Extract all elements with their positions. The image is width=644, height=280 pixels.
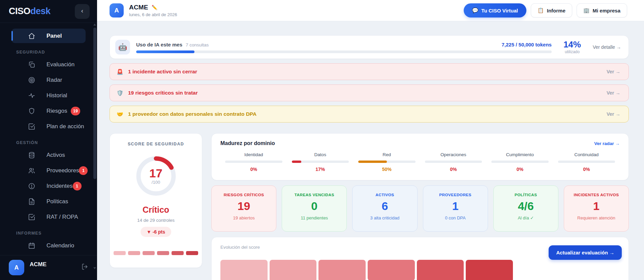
sidebar-item-rat-ropa[interactable]: RAT / ROPA xyxy=(11,210,86,224)
sidebar-item-label: Activos xyxy=(47,152,65,159)
alert-incidente-activo[interactable]: 🚨 1 incidente activo sin cerrar Ver → xyxy=(110,63,629,80)
domain-name: Red xyxy=(358,152,416,157)
scroll-up-arrow-icon[interactable] xyxy=(93,24,96,26)
sidebar-footer: A ACME xyxy=(0,255,97,280)
kpi-tareas-vencidas[interactable]: TAREAS VENCIDAS 0 11 pendientes xyxy=(282,185,347,232)
sidebar-item-radar[interactable]: Radar xyxy=(11,73,86,87)
domain-identidad: Identidad 0% xyxy=(220,152,287,172)
kpi-sub: 0 con DPA xyxy=(423,215,488,220)
sidebar-item-politicas[interactable]: Políticas xyxy=(11,194,86,209)
alert-ver-link[interactable]: Ver → xyxy=(607,90,620,96)
kpi-sub: Requieren atención xyxy=(564,215,628,220)
domain-percent: 0% xyxy=(225,167,282,172)
sidebar-item-panel[interactable]: Panel xyxy=(11,29,86,43)
logout-icon[interactable] xyxy=(81,260,88,272)
domain-continuidad: Continuidad 0% xyxy=(553,152,620,172)
ai-usage-body: Uso de IA este mes 7 consultas 7,225 / 5… xyxy=(136,41,552,53)
domain-datos: Datos 17% xyxy=(287,152,354,172)
score-status: Crítico xyxy=(143,205,169,215)
copy-icon xyxy=(28,61,36,69)
header-date: lunes, 6 de abril de 2026 xyxy=(129,12,177,17)
calendar-icon xyxy=(28,242,36,250)
sidebar-item-proveedores[interactable]: Proveedores 1 xyxy=(11,163,86,178)
score-trend-bars xyxy=(114,251,198,255)
sidebar-item-plan-de-accion[interactable]: Plan de acción xyxy=(11,119,86,134)
incidentes-badge: 1 xyxy=(73,182,82,190)
dashboard-grid: SCORE DE SEGURIDAD 17 /100 Crítico xyxy=(110,133,629,280)
database-icon xyxy=(28,151,36,159)
chevron-left-icon: ‹ xyxy=(81,7,83,14)
informe-label: Informe xyxy=(547,8,565,13)
alert-ver-link[interactable]: Ver → xyxy=(607,111,620,117)
evolution-bar xyxy=(270,260,317,280)
domain-name: Datos xyxy=(292,152,349,157)
score-gauge: 17 /100 xyxy=(135,155,177,197)
sidebar-item-label: Radar xyxy=(47,77,62,83)
page-title: ACME xyxy=(129,4,148,11)
kpi-incidentes-activos[interactable]: INCIDENTES ACTIVOS 1 Requieren atención xyxy=(564,185,629,232)
trend-bar xyxy=(157,251,169,255)
kpi-activos[interactable]: ACTIVOS 6 3 alta criticidad xyxy=(352,185,417,232)
domain-fill xyxy=(358,161,387,163)
kpi-riesgos-criticos[interactable]: RIESGOS CRÍTICOS 19 19 abiertos xyxy=(211,185,276,232)
sidebar-section-gestion: GESTIÓN xyxy=(16,140,86,145)
domain-percent: 0% xyxy=(425,167,482,172)
actualizar-evaluacion-button[interactable]: Actualizar evaluación → xyxy=(549,245,622,260)
check-square-icon xyxy=(28,213,36,221)
evolution-bar xyxy=(220,260,268,280)
chat-bubble-icon: 💬 xyxy=(472,7,479,13)
kpi-politicas[interactable]: POLÍTICAS 4/6 Al día ✓ xyxy=(493,185,558,232)
kpi-sub: 11 pendientes xyxy=(282,215,346,220)
domain-red: Red 50% xyxy=(354,152,420,172)
alert-riesgos-criticos[interactable]: 🛡️ 19 riesgos críticos sin tratar Ver → xyxy=(110,84,629,101)
domain-name: Identidad xyxy=(225,152,282,157)
edit-pencil-icon[interactable]: ✏️ xyxy=(152,5,157,10)
maturity-title: Madurez por dominio xyxy=(220,140,275,146)
maturity-card: Madurez por dominio Ver radar → Identida… xyxy=(211,133,629,180)
sidebar-item-historial[interactable]: Historial xyxy=(11,88,86,103)
score-evolution-card: Evolución del score Actualizar evaluació… xyxy=(211,237,629,280)
alert-text: 1 proveedor con datos personales sin con… xyxy=(128,111,256,117)
sidebar-item-riesgos[interactable]: Riesgos 19 xyxy=(11,104,86,118)
ai-usage-progress-fill xyxy=(136,50,194,53)
sidebar-item-informe[interactable]: Informe xyxy=(11,254,86,255)
evolution-bar xyxy=(417,260,464,280)
sidebar-item-evaluacion[interactable]: Evaluación xyxy=(11,57,86,72)
sidebar-item-calendario[interactable]: Calendario xyxy=(11,238,86,253)
mi-empresa-button[interactable]: 🏢 Mi empresa xyxy=(577,3,627,18)
header-title-block: ACME ✏️ lunes, 6 de abril de 2026 xyxy=(129,4,177,17)
siren-icon: 🚨 xyxy=(117,69,123,75)
ai-usage-card: 🤖 Uso de IA este mes 7 consultas 7,225 /… xyxy=(110,35,629,59)
informe-button[interactable]: 📋 Informe xyxy=(531,3,572,18)
sidebar-collapse-button[interactable]: ‹ xyxy=(75,4,90,19)
active-indicator xyxy=(11,31,13,41)
riesgos-badge: 19 xyxy=(71,107,80,115)
domain-track xyxy=(358,161,416,163)
sidebar-nav: Panel SEGURIDAD Evaluación Radar Hist xyxy=(0,23,97,255)
score-column: SCORE DE SEGURIDAD 17 /100 Crítico xyxy=(110,133,202,280)
kpi-value: 0 xyxy=(282,200,346,212)
domain-cumplimiento: Cumplimiento 0% xyxy=(487,152,553,172)
radar-icon xyxy=(28,76,36,84)
domain-fill xyxy=(292,161,302,163)
scroll-down-arrow-icon[interactable] xyxy=(93,267,96,269)
alert-ver-link[interactable]: Ver → xyxy=(607,69,620,74)
ver-radar-link[interactable]: Ver radar → xyxy=(594,141,620,146)
scrollbar-thumb[interactable] xyxy=(93,28,96,179)
evolution-bar xyxy=(466,260,513,280)
ciso-virtual-button[interactable]: 💬 Tu CISO Virtual xyxy=(464,3,526,18)
alert-proveedor-dpa[interactable]: 🤝 1 proveedor con datos personales sin c… xyxy=(110,106,629,123)
sidebar-item-activos[interactable]: Activos xyxy=(11,148,86,162)
sidebar-scrollbar[interactable] xyxy=(93,24,96,268)
sidebar-item-incidentes[interactable]: Incidentes 1 xyxy=(11,179,86,193)
kpi-proveedores[interactable]: PROVEEDORES 1 0 con DPA xyxy=(423,185,488,232)
kpi-label: PROVEEDORES xyxy=(423,193,488,197)
kpi-label: INCIDENTES ACTIVOS xyxy=(564,193,628,197)
domain-percent: 50% xyxy=(358,167,416,172)
score-value: 17 xyxy=(149,167,162,179)
ai-usage-queries: 7 consultas xyxy=(186,42,209,47)
evolution-bar xyxy=(318,260,366,280)
evolution-bars xyxy=(220,260,513,280)
sidebar-item-label: Panel xyxy=(47,33,62,39)
ai-usage-detail-link[interactable]: Ver detalle → xyxy=(593,44,621,50)
